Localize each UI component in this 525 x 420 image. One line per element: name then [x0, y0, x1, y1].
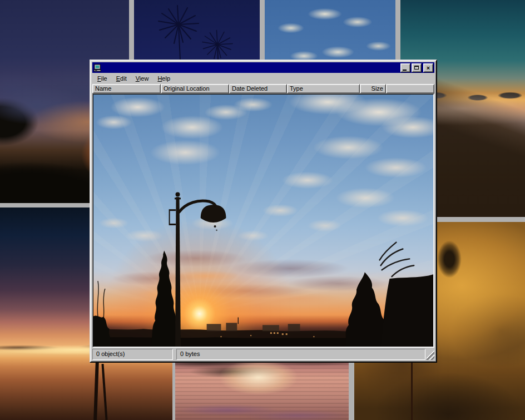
column-header-filler [386, 84, 434, 93]
close-button[interactable]: × [423, 63, 433, 72]
desktop: { "window": { "title": "", "menu": ["Fil… [0, 0, 525, 420]
minimize-icon [403, 70, 407, 71]
column-headers: Name Original Location Date Deleted Type… [92, 84, 434, 93]
thin-pole [411, 354, 413, 420]
recycle-bin-window: × File Edit View Help Name Original Loca… [90, 60, 437, 363]
water-pole [93, 362, 99, 420]
column-header-original-location[interactable]: Original Location [161, 84, 229, 93]
sunset-lamp-photo [93, 94, 434, 347]
resize-grip[interactable] [427, 349, 434, 360]
column-header-size[interactable]: Size [360, 84, 386, 93]
titlebar[interactable]: × [92, 62, 434, 73]
menu-file[interactable]: File [93, 74, 112, 83]
menu-edit[interactable]: Edit [112, 74, 131, 83]
status-object-count: 0 object(s) [92, 349, 173, 360]
computer-icon[interactable] [93, 64, 102, 72]
menu-bar: File Edit View Help [92, 73, 434, 84]
water-pole [101, 364, 107, 420]
list-view-area[interactable] [92, 93, 434, 348]
maximize-icon [414, 66, 419, 70]
menu-help[interactable]: Help [153, 74, 175, 83]
column-header-name[interactable]: Name [92, 84, 161, 93]
column-header-date-deleted[interactable]: Date Deleted [229, 84, 287, 93]
maximize-button[interactable] [412, 63, 422, 72]
column-header-type[interactable]: Type [287, 84, 360, 93]
status-bar: 0 object(s) 0 bytes [92, 348, 434, 360]
tree-silhouette [434, 235, 465, 283]
window-controls: × [399, 63, 433, 72]
window-title [103, 64, 399, 72]
menu-view[interactable]: View [131, 74, 153, 83]
close-icon: × [427, 65, 430, 71]
minimize-button[interactable] [400, 63, 410, 72]
photo-silhouettes [93, 95, 433, 347]
status-byte-count: 0 bytes [176, 349, 425, 360]
